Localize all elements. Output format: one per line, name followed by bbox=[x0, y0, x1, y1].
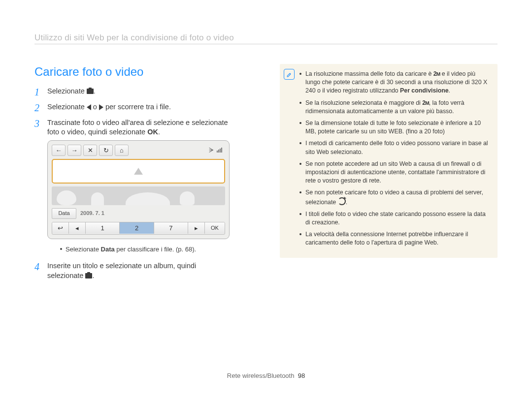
step-2: 2 Selezionate o per scorrere tra i file. bbox=[34, 102, 252, 112]
step-subnote: Selezionate Data per classificare i file… bbox=[60, 245, 252, 254]
step-number: 3 bbox=[34, 117, 39, 130]
pager: ↩ ◂ 1 2 7 ▸ OK bbox=[52, 222, 225, 235]
thumb-icon bbox=[180, 191, 195, 205]
section-title: Caricare foto o video bbox=[34, 64, 252, 80]
note-item: Se non potete caricare foto o video a ca… bbox=[299, 188, 491, 206]
thumb-icon bbox=[126, 192, 170, 205]
step-3: 3 Trascinate foto o video all'area di se… bbox=[34, 118, 252, 254]
antenna-icon: ᗒ bbox=[209, 146, 214, 155]
page: Utilizzo di siti Web per la condivisione… bbox=[34, 36, 498, 401]
pager-page[interactable]: 7 bbox=[154, 222, 188, 234]
footer-section: Rete wireless/Bluetooth bbox=[227, 372, 295, 379]
step-number: 1 bbox=[34, 86, 39, 99]
arrow-left-icon bbox=[87, 104, 91, 110]
nav-back-button[interactable]: ← bbox=[52, 145, 66, 156]
thumb-icon bbox=[91, 192, 104, 205]
pager-next-button[interactable]: ▸ bbox=[188, 222, 205, 234]
nav-forward-button[interactable]: → bbox=[67, 145, 81, 156]
pencil-note-icon bbox=[286, 71, 293, 78]
refresh-icon bbox=[338, 197, 346, 205]
step-4: 4 Inserite un titolo e selezionate un al… bbox=[34, 261, 252, 280]
header-rule bbox=[34, 44, 498, 44]
running-header: Utilizzo di siti Web per la condivisione… bbox=[34, 32, 238, 44]
data-button[interactable]: Data bbox=[52, 208, 76, 219]
camera-icon bbox=[87, 89, 94, 94]
step-text: Trascinate foto o video all'area di sele… bbox=[47, 119, 228, 136]
thumbnail-strip bbox=[52, 186, 225, 205]
device-screenshot: ← → ✕ ↻ ⌂ ᗒ bbox=[47, 140, 230, 239]
upload-drop-area[interactable] bbox=[52, 159, 225, 184]
note-icon bbox=[284, 69, 295, 80]
footer-page-number: 98 bbox=[298, 372, 305, 379]
signal-bars-icon bbox=[217, 148, 222, 153]
note-item: Se non potete accedere ad un sito Web a … bbox=[299, 160, 491, 185]
note-list: La risoluzione massima delle foto da car… bbox=[299, 70, 491, 247]
date-value: 2009. 7. 1 bbox=[80, 210, 104, 217]
pager-ok-button[interactable]: OK bbox=[205, 222, 225, 234]
device-toolbar: ← → ✕ ↻ ⌂ ᗒ bbox=[52, 145, 225, 156]
thumb-icon bbox=[57, 190, 76, 205]
note-box: La risoluzione massima delle foto da car… bbox=[280, 64, 498, 258]
note-item: La risoluzione massima delle foto da car… bbox=[299, 70, 491, 95]
nav-close-button[interactable]: ✕ bbox=[83, 145, 97, 156]
signal-indicator: ᗒ bbox=[206, 146, 225, 155]
note-item: La velocità della connessione Internet p… bbox=[299, 230, 491, 247]
pager-prev-button[interactable]: ◂ bbox=[69, 222, 86, 234]
pager-return-button[interactable]: ↩ bbox=[52, 222, 69, 234]
pager-page[interactable]: 2 bbox=[120, 222, 154, 234]
nav-home-button[interactable]: ⌂ bbox=[115, 145, 129, 156]
step-text: Inserite un titolo e selezionate un albu… bbox=[47, 262, 196, 279]
note-item: Se la risoluzione selezionata è maggiore… bbox=[299, 99, 491, 116]
date-bar: Data 2009. 7. 1 bbox=[52, 208, 225, 219]
columns: Caricare foto o video 1 Selezionate . 2 … bbox=[34, 64, 498, 286]
step-number: 2 bbox=[34, 101, 39, 115]
note-item: I metodi di caricamento delle foto o vid… bbox=[299, 139, 491, 156]
camera-icon bbox=[85, 273, 92, 278]
step-number: 4 bbox=[34, 260, 39, 274]
upload-arrow-icon bbox=[134, 168, 143, 175]
bullet-icon bbox=[60, 248, 62, 250]
step-1: 1 Selezionate . bbox=[34, 87, 252, 96]
step-text: Selezionate . bbox=[47, 87, 96, 95]
note-item: Se la dimensione totale di tutte le foto… bbox=[299, 119, 491, 136]
resolution-icon: 2м bbox=[433, 70, 440, 78]
step-text: Selezionate o per scorrere tra i file. bbox=[47, 103, 171, 111]
arrow-right-icon bbox=[99, 104, 103, 110]
resolution-icon: 2м bbox=[422, 99, 429, 107]
right-column: La risoluzione massima delle foto da car… bbox=[280, 64, 498, 286]
left-column: Caricare foto o video 1 Selezionate . 2 … bbox=[34, 64, 252, 286]
page-footer: Rete wireless/Bluetooth 98 bbox=[34, 371, 498, 380]
steps-list: 1 Selezionate . 2 Selezionate o per scor… bbox=[34, 87, 252, 280]
pager-page[interactable]: 1 bbox=[86, 222, 120, 234]
nav-refresh-button[interactable]: ↻ bbox=[99, 145, 113, 156]
note-item: I titoli delle foto o video che state ca… bbox=[299, 210, 491, 227]
